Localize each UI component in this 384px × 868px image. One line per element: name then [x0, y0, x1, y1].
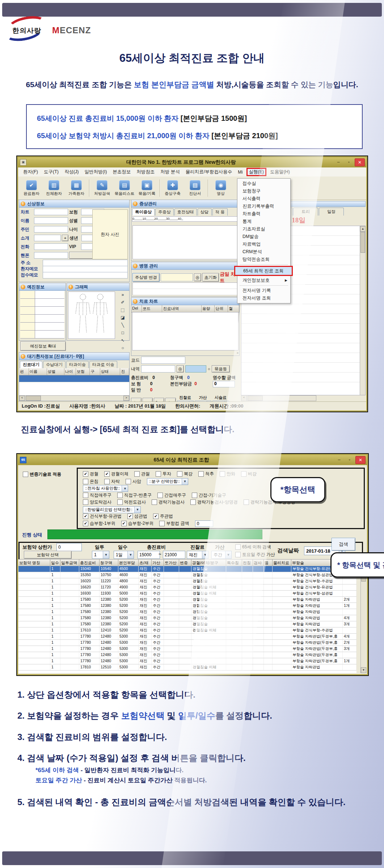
tool-»-icon[interactable]: » [117, 291, 128, 299]
total-to-input[interactable]: 21000 [163, 551, 185, 559]
column-전침[interactable]: 전침 [242, 559, 253, 566]
checkbox-섬관법[interactable]: ✔섬관법 [127, 513, 147, 519]
menu-item-통계[interactable]: 통계 [237, 218, 290, 225]
reset-button[interactable]: 초기화 [202, 273, 219, 282]
pre-exam-row[interactable] [20, 299, 64, 307]
pre-exam-row[interactable] [20, 315, 64, 323]
전화-input[interactable] [34, 243, 68, 250]
접수메모-input[interactable] [43, 272, 128, 278]
checkbox-직접애주구[interactable]: 직접애주구 [83, 492, 111, 498]
tool-╲-icon[interactable]: ╲ [117, 322, 128, 329]
schedule-row[interactable] [241, 314, 360, 324]
disease-target-icon[interactable]: ◎ [194, 273, 201, 281]
waiting-tab-타과이송[interactable]: 타과이송 [66, 361, 89, 368]
plus-button[interactable]: + [62, 235, 68, 241]
checkbox-직접구-반혼구[interactable]: 직접구-반혼구 [117, 492, 152, 498]
checkbox-복강[interactable]: 복강 [177, 471, 193, 477]
column-Del[interactable]: Del [131, 305, 142, 312]
schedule-row[interactable] [241, 324, 360, 333]
주 소-input[interactable] [43, 260, 128, 266]
table-row[interactable]: 117580123805200재진주간경혈침술부항술 자락관법3개 [18, 621, 356, 627]
checkbox-경혈[interactable]: ✔경혈 [83, 471, 98, 477]
이름-input[interactable] [34, 217, 68, 224]
code-input[interactable] [141, 357, 185, 364]
toolbar-진단서[interactable]: ▧진단서 [184, 180, 206, 196]
menu-본초정보[interactable]: 본초정보 [110, 168, 133, 176]
menu-처방참조[interactable]: 처방참조 [134, 168, 157, 176]
maximize-button[interactable]: ▫ [344, 158, 354, 166]
column-물리치료[interactable]: 물리치료 [273, 559, 291, 566]
소개-input[interactable] [34, 235, 61, 241]
checkbox-양도락검사[interactable]: 양도락검사 [83, 499, 111, 505]
waiting-selected-row[interactable] [19, 375, 129, 382]
schedule-row[interactable] [241, 353, 360, 363]
receipt-input[interactable]: 0 [213, 381, 235, 387]
table-row[interactable]: 117810125105300재진주간경혈침술 이체부항술 자락관법 [18, 664, 356, 671]
menu-item-접수실[interactable]: 접수실 [237, 180, 290, 187]
menu-item-전자서명 기록[interactable]: 전자서명 기록 [237, 287, 290, 294]
table-row[interactable]: 117580123805200재진주간경혈침술부항술 자락관법2개 [18, 597, 356, 603]
menu-환자(F)[interactable]: 환자(F) [21, 168, 40, 176]
column-경혈/이체/분구[interactable]: 경혈/이체/분구 [191, 559, 226, 566]
tool-□-icon[interactable]: □ [117, 329, 128, 337]
column-나이[interactable]: 나이 [64, 368, 76, 375]
color-swatch[interactable] [185, 365, 206, 373]
table-row[interactable]: 116930119305000재진주간경혈침술 이체부항술 건식부항-섬관법 [18, 591, 356, 597]
minimize-button[interactable]: – [334, 158, 343, 166]
checkbox-건식부항-유관법[interactable]: ✔건식부항-유관법 [83, 513, 122, 519]
table-row[interactable]: 116620117204900재진주간경혈침술 이체부항술 건식부항-유관법 [18, 584, 356, 591]
column-보험[interactable]: 보험 [76, 368, 90, 375]
table-row[interactable]: 117780124805300재진주간부항술 자락관법(두경부,흉4개 [18, 634, 356, 640]
column-총진료비[interactable]: 총진료비 [79, 559, 100, 566]
toolbar-가족환자[interactable]: ▦가족환자 [65, 180, 88, 196]
menu-item-자료백업[interactable]: 자료백업 [237, 241, 290, 248]
column-편[interactable]: 편 [19, 368, 29, 375]
pre-exam-row[interactable] [20, 291, 64, 299]
tool-✐-icon[interactable]: ✐ [117, 299, 128, 306]
checkbox-부항컵 금액[interactable]: 부항컵 금액 [159, 520, 189, 527]
checkbox-습부항-2부위[interactable]: ✔습부항-2부위 [121, 520, 154, 527]
table-row[interactable]: 115040105404500재진주간경혈침술부항술 건식부항-유관법 [18, 566, 356, 572]
checkbox-사암[interactable]: 사암 [126, 478, 141, 485]
schedule-row[interactable] [241, 363, 360, 373]
checkbox-간접-기기술구[interactable]: 간접-기기술구 [192, 492, 226, 498]
waiting-tab-진료대기[interactable]: 진료대기 [20, 361, 42, 368]
checkbox-주관법[interactable]: ✔주관법 [153, 513, 173, 519]
menu-Mi[interactable]: Mi [236, 169, 245, 175]
cap-input[interactable]: 0 [56, 543, 82, 551]
menu-item-전자서명 조회[interactable]: 전자서명 조회 [237, 294, 290, 302]
차트-input[interactable] [34, 209, 68, 215]
table-row[interactable]: 117780124805300재진주간부항술 자락관법(두경부,흉1개 [18, 658, 356, 664]
dialectic-fee-checkbox[interactable]: 변증기술료 적용 [23, 471, 61, 477]
checkbox-척추[interactable]: 척추 [198, 471, 214, 477]
waiting-hscrollbar[interactable]: < > [19, 395, 129, 401]
schedule-row[interactable] [241, 304, 360, 314]
maximize-button[interactable]: ▫ [345, 456, 354, 463]
symptom-tab-주증상[interactable]: 주증상 [155, 208, 174, 216]
menu-실행(E)[interactable]: 실행(E) [246, 168, 267, 176]
menu-item-65세 최적 진료 조회[interactable]: 65세 최적 진료 조회 [234, 266, 293, 276]
column-성별[interactable]: 성별 [47, 368, 64, 375]
menu-처방 분석[interactable]: 처방 분석 [158, 168, 182, 176]
checkbox-안와[interactable]: 안와 [220, 471, 235, 477]
detail-input[interactable] [141, 365, 175, 373]
column-코드[interactable]: 코드 [142, 305, 163, 312]
checkbox-온침[interactable]: 온침 [83, 478, 98, 485]
table-row[interactable]: 116020112204800재진주간경혈침술부항술 건식부항-주관법 [18, 578, 356, 584]
column-혈[interactable]: 혈 [228, 305, 239, 312]
pre-exam-row[interactable] [20, 331, 64, 339]
symptom-tab-적 용[interactable]: 적 용 [212, 208, 228, 216]
핸폰-input[interactable] [34, 252, 68, 259]
menu-item-서식출력[interactable]: 서식출력 [237, 195, 290, 203]
tool-⬚-icon[interactable]: ⬚ [117, 306, 128, 314]
column-진[interactable]: 진 [120, 368, 129, 375]
column-상태[interactable]: 상태 [100, 368, 121, 375]
close-button[interactable]: ✕ [355, 158, 365, 166]
right-tab-트리[interactable]: 트리 [293, 208, 318, 216]
column-검사[interactable]: 검사 [253, 559, 264, 566]
checkbox-경락기능검사[interactable]: 경락기능검사 [152, 499, 185, 505]
column-일수[interactable]: 일수 [50, 559, 60, 566]
menu-item-개인정보보호[interactable]: 개인정보보호▶ [237, 277, 290, 284]
column-일투금액[interactable]: 일투금액 [60, 559, 79, 566]
search-button[interactable]: 검색 [332, 538, 355, 551]
